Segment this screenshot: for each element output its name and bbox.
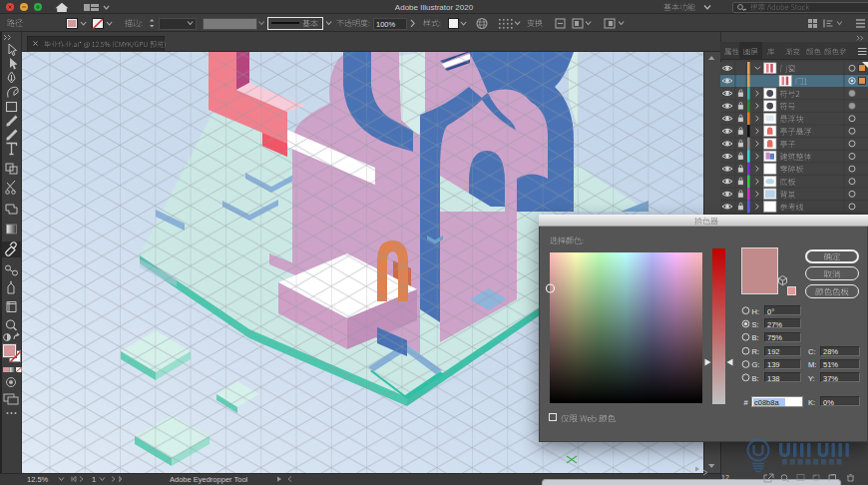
svg-text:192: 192	[767, 347, 780, 356]
svg-text:1: 1	[92, 475, 96, 484]
svg-text:c08b8a: c08b8a	[754, 398, 779, 407]
svg-text:C:: C:	[808, 347, 816, 356]
svg-text:Y:: Y:	[808, 374, 815, 383]
svg-text:0%: 0%	[823, 398, 834, 407]
svg-text:R:: R:	[752, 347, 760, 356]
svg-text:37%: 37%	[823, 374, 838, 383]
svg-text:Adobe Illustrator 2020: Adobe Illustrator 2020	[395, 3, 474, 12]
svg-text:51%: 51%	[823, 360, 838, 369]
svg-text:75%: 75%	[767, 333, 782, 342]
svg-text:27%: 27%	[767, 320, 782, 329]
svg-text:0°: 0°	[767, 307, 774, 316]
svg-text:12.5%: 12.5%	[27, 475, 49, 484]
svg-text:Adobe Eyedropper Tool: Adobe Eyedropper Tool	[170, 475, 248, 484]
svg-text:G:: G:	[752, 360, 760, 369]
svg-text:K:: K:	[808, 398, 815, 407]
svg-text:138: 138	[767, 374, 780, 383]
svg-text:B:: B:	[752, 333, 759, 342]
svg-text:139: 139	[767, 360, 780, 369]
svg-text:M:: M:	[808, 360, 816, 369]
svg-text:12...: 12...	[721, 474, 735, 481]
svg-text:100%: 100%	[376, 20, 396, 29]
svg-text:S:: S:	[752, 320, 759, 329]
svg-text:28%: 28%	[823, 347, 838, 356]
svg-text:B:: B:	[752, 374, 759, 383]
svg-text:H:: H:	[752, 307, 760, 316]
svg-text:#: #	[744, 398, 749, 407]
